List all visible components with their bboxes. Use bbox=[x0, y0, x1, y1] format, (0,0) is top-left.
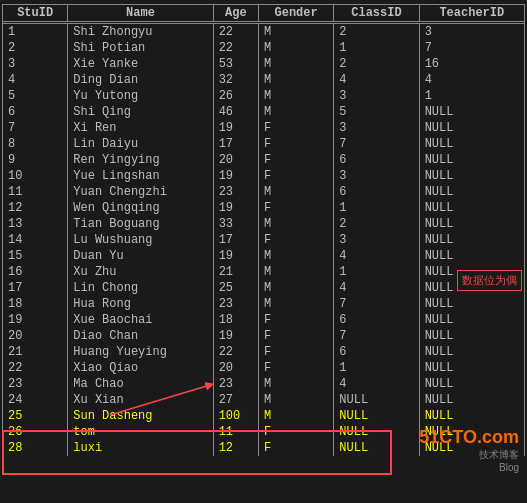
table-cell: 1 bbox=[334, 264, 419, 280]
table-cell: 10 bbox=[3, 168, 68, 184]
table-cell: 3 bbox=[334, 120, 419, 136]
table-cell: 33 bbox=[213, 216, 258, 232]
table-row: 2Shi Potian22M17 bbox=[3, 40, 525, 56]
table-cell: 7 bbox=[419, 40, 524, 56]
table-cell: 26 bbox=[3, 424, 68, 440]
table-cell: 7 bbox=[334, 136, 419, 152]
table-cell: Xiao Qiao bbox=[68, 360, 213, 376]
col-stuid: StuID bbox=[3, 5, 68, 22]
table-cell: 3 bbox=[419, 24, 524, 41]
table-cell: 1 bbox=[419, 88, 524, 104]
table-cell: Ma Chao bbox=[68, 376, 213, 392]
table-cell: Yu Yutong bbox=[68, 88, 213, 104]
table-cell: 2 bbox=[3, 40, 68, 56]
table-cell: 5 bbox=[3, 88, 68, 104]
table-cell: Lin Chong bbox=[68, 280, 213, 296]
table-cell: F bbox=[258, 344, 333, 360]
table-header-row: StuID Name Age Gender ClassID TeacherID bbox=[3, 5, 525, 22]
table-cell: 25 bbox=[213, 280, 258, 296]
table-row: 3Xie Yanke53M216 bbox=[3, 56, 525, 72]
col-name: Name bbox=[68, 5, 213, 22]
table-cell: M bbox=[258, 40, 333, 56]
table-cell: M bbox=[258, 392, 333, 408]
table-cell: M bbox=[258, 104, 333, 120]
annotation-box: 数据位为偶 bbox=[457, 270, 522, 291]
table-cell: Duan Yu bbox=[68, 248, 213, 264]
table-cell: 53 bbox=[213, 56, 258, 72]
table-row: 19Xue Baochai18F6NULL bbox=[3, 312, 525, 328]
table-cell: 26 bbox=[213, 88, 258, 104]
table-cell: F bbox=[258, 440, 333, 456]
table-cell: 3 bbox=[334, 88, 419, 104]
table-cell: F bbox=[258, 152, 333, 168]
table-cell: M bbox=[258, 408, 333, 424]
table-cell: 3 bbox=[334, 232, 419, 248]
table-cell: 13 bbox=[3, 216, 68, 232]
table-cell: NULL bbox=[334, 392, 419, 408]
table-cell: F bbox=[258, 424, 333, 440]
table-cell: 18 bbox=[213, 312, 258, 328]
table-row: 4Ding Dian32M44 bbox=[3, 72, 525, 88]
table-cell: 16 bbox=[419, 56, 524, 72]
table-cell: Lu Wushuang bbox=[68, 232, 213, 248]
table-body: 1Shi Zhongyu22M232Shi Potian22M173Xie Ya… bbox=[3, 24, 525, 457]
table-container: StuID Name Age Gender ClassID TeacherID … bbox=[0, 0, 527, 460]
table-cell: 21 bbox=[213, 264, 258, 280]
table-cell: Xi Ren bbox=[68, 120, 213, 136]
table-cell: 6 bbox=[334, 184, 419, 200]
table-cell: M bbox=[258, 296, 333, 312]
table-cell: M bbox=[258, 248, 333, 264]
col-gender: Gender bbox=[258, 5, 333, 22]
table-cell: 25 bbox=[3, 408, 68, 424]
table-cell: NULL bbox=[419, 104, 524, 120]
table-cell: 19 bbox=[213, 168, 258, 184]
table-cell: 6 bbox=[334, 312, 419, 328]
table-row: 12Wen Qingqing19F1NULL bbox=[3, 200, 525, 216]
table-cell: NULL bbox=[419, 136, 524, 152]
table-cell: 14 bbox=[3, 232, 68, 248]
table-cell: 19 bbox=[213, 328, 258, 344]
table-cell: Xie Yanke bbox=[68, 56, 213, 72]
table-cell: 7 bbox=[3, 120, 68, 136]
table-cell: NULL bbox=[419, 312, 524, 328]
table-row: 16Xu Zhu21M1NULL bbox=[3, 264, 525, 280]
table-cell: F bbox=[258, 328, 333, 344]
table-cell: Ren Yingying bbox=[68, 152, 213, 168]
table-cell: F bbox=[258, 232, 333, 248]
table-cell: 1 bbox=[3, 24, 68, 41]
table-cell: 17 bbox=[213, 232, 258, 248]
table-cell: Shi Potian bbox=[68, 40, 213, 56]
table-cell: NULL bbox=[419, 328, 524, 344]
table-cell: 20 bbox=[3, 328, 68, 344]
table-cell: F bbox=[258, 120, 333, 136]
table-cell: NULL bbox=[334, 424, 419, 440]
table-cell: 4 bbox=[3, 72, 68, 88]
table-cell: F bbox=[258, 200, 333, 216]
table-cell: Yue Lingshan bbox=[68, 168, 213, 184]
table-cell: Hua Rong bbox=[68, 296, 213, 312]
table-cell: M bbox=[258, 72, 333, 88]
table-cell: 24 bbox=[3, 392, 68, 408]
table-cell: 19 bbox=[3, 312, 68, 328]
table-cell: 12 bbox=[213, 440, 258, 456]
table-cell: NULL bbox=[419, 200, 524, 216]
table-cell: NULL bbox=[334, 408, 419, 424]
table-cell: F bbox=[258, 312, 333, 328]
table-cell: Sun Dasheng bbox=[68, 408, 213, 424]
table-cell: M bbox=[258, 56, 333, 72]
table-cell: 4 bbox=[334, 376, 419, 392]
table-cell: NULL bbox=[419, 360, 524, 376]
table-cell: NULL bbox=[419, 120, 524, 136]
table-cell: Wen Qingqing bbox=[68, 200, 213, 216]
table-cell: 6 bbox=[3, 104, 68, 120]
table-cell: 1 bbox=[334, 40, 419, 56]
table-cell: 4 bbox=[419, 72, 524, 88]
table-cell: M bbox=[258, 280, 333, 296]
table-row: 8Lin Daiyu17F7NULL bbox=[3, 136, 525, 152]
table-cell: Xu Xian bbox=[68, 392, 213, 408]
table-cell: M bbox=[258, 184, 333, 200]
data-table: StuID Name Age Gender ClassID TeacherID … bbox=[2, 4, 525, 456]
annotation-text: 数据位为偶 bbox=[462, 275, 517, 287]
table-cell: 23 bbox=[3, 376, 68, 392]
table-cell: 19 bbox=[213, 248, 258, 264]
